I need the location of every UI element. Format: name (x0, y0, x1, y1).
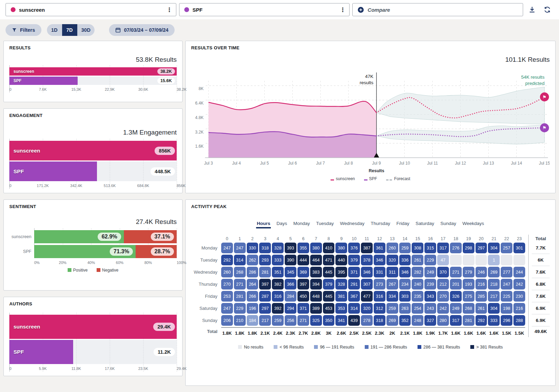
heatmap-cell[interactable]: 379 (323, 279, 335, 290)
heatmap-cell[interactable]: 318 (259, 243, 271, 253)
heatmap-cell[interactable]: 280 (437, 315, 449, 326)
heatmap-cell[interactable]: 297 (259, 303, 271, 314)
heatmap-cell[interactable]: 371 (348, 267, 360, 277)
filters-button[interactable]: Filters (6, 24, 41, 36)
kebab-menu-icon[interactable]: ⋮ (339, 6, 346, 13)
heatmap-cell[interactable]: 308 (412, 243, 423, 253)
legend-item-forecast[interactable]: Forecast (386, 176, 410, 181)
tab-tuesday[interactable]: Tuesday (316, 221, 334, 228)
heatmap-cell[interactable]: 286 (247, 267, 258, 277)
heatmap-cell[interactable]: 247 (234, 243, 246, 253)
heatmap-cell[interactable]: 281 (259, 267, 271, 277)
heatmap-cell[interactable]: 390 (285, 255, 296, 265)
heatmap-cell[interactable]: 320 (361, 303, 373, 314)
heatmap-cell[interactable]: 328 (272, 243, 284, 253)
heatmap-cell[interactable]: 259 (386, 303, 398, 314)
heatmap-cell[interactable]: 201 (450, 279, 462, 290)
heatmap-cell[interactable]: 325 (310, 315, 322, 326)
heatmap-cell[interactable]: 271 (234, 279, 246, 290)
heatmap-cell[interactable]: 249 (450, 303, 462, 314)
heatmap-cell[interactable]: 234 (399, 279, 411, 290)
tab-saturday[interactable]: Saturday (415, 221, 434, 228)
heatmap-cell[interactable]: 445 (323, 291, 335, 302)
heatmap-cell[interactable]: 270 (221, 279, 233, 290)
heatmap-cell[interactable]: 445 (323, 267, 335, 277)
heatmap-cell[interactable]: 318 (374, 315, 385, 326)
heatmap-cell[interactable]: 315 (424, 243, 436, 253)
heatmap-cell[interactable]: 380 (310, 243, 322, 253)
heatmap-cell[interactable]: 212 (437, 279, 449, 290)
heatmap-cell[interactable]: 256 (285, 315, 296, 326)
heatmap-cell[interactable]: 346 (374, 255, 385, 265)
heatmap-cell[interactable]: 244 (513, 267, 525, 277)
heatmap-cell[interactable]: 397 (297, 279, 309, 290)
heatmap-cell[interactable]: 336 (399, 255, 411, 265)
heatmap-cell[interactable]: 268 (234, 267, 246, 277)
heatmap-cell[interactable]: 393 (285, 243, 296, 253)
heatmap-cell[interactable]: 217 (259, 315, 271, 326)
heatmap-cell[interactable]: 361 (374, 243, 385, 253)
heatmap-cell[interactable]: 266 (247, 291, 258, 302)
heatmap-cell[interactable]: 257 (501, 243, 512, 253)
tab-wednesday[interactable]: Wednesday (340, 221, 364, 228)
heatmap-cell[interactable]: 261 (412, 255, 423, 265)
heatmap-cell[interactable]: 242 (513, 279, 525, 290)
results-over-time-chart[interactable]: 8K6.4K4.8K3.2K1.6KJul 3Jul 4Jul 5Jul 6Ju… (191, 63, 550, 175)
heatmap-cell[interactable]: 301 (513, 243, 525, 253)
heatmap-cell[interactable]: 440 (335, 255, 347, 265)
heatmap-cell[interactable]: 410 (323, 243, 335, 253)
heatmap-cell[interactable]: 273 (374, 279, 385, 290)
heatmap-cell[interactable]: 304 (488, 303, 500, 314)
heatmap-cell[interactable]: 229 (424, 255, 436, 265)
heatmap-cell[interactable] (475, 255, 487, 265)
segment-positive[interactable]: 71.3% (34, 245, 136, 258)
range-option-7D[interactable]: 7D (62, 24, 77, 36)
heatmap-cell[interactable]: 450 (297, 291, 309, 302)
heatmap-cell[interactable]: 293 (259, 255, 271, 265)
heatmap-cell[interactable]: 271 (450, 267, 462, 277)
heatmap-cell[interactable]: 383 (310, 267, 322, 277)
segment-positive[interactable]: 62.9% (34, 230, 124, 243)
heatmap-cell[interactable]: 259 (399, 243, 411, 253)
heatmap-cell[interactable]: 184 (247, 315, 258, 326)
heatmap-cell[interactable]: 253 (221, 291, 233, 302)
heatmap-cell[interactable]: 279 (463, 267, 474, 277)
heatmap-cell[interactable]: 284 (285, 291, 296, 302)
heatmap-cell[interactable]: 225 (501, 291, 512, 302)
heatmap-cell[interactable]: 355 (297, 243, 309, 253)
heatmap-cell[interactable]: 288 (513, 315, 525, 326)
heatmap-cell[interactable]: 382 (272, 279, 284, 290)
heatmap-cell[interactable]: 292 (475, 315, 487, 326)
date-range-button[interactable]: 07/03/24 – 07/09/24 (109, 24, 175, 36)
heatmap-cell[interactable]: 259 (272, 315, 284, 326)
tab-friday[interactable]: Friday (396, 221, 410, 228)
heatmap-cell[interactable]: 353 (335, 303, 347, 314)
heatmap-cell[interactable]: 247 (501, 279, 512, 290)
bar-sunscreen[interactable]: sunscreen (9, 315, 177, 339)
heatmap-cell[interactable]: 330 (247, 243, 258, 253)
heatmap-cell[interactable]: 230 (513, 291, 525, 302)
heatmap-cell[interactable]: 291 (348, 279, 360, 290)
heatmap-cell[interactable]: 331 (374, 267, 385, 277)
heatmap-cell[interactable]: 387 (361, 243, 373, 253)
heatmap-cell[interactable]: 247 (221, 303, 233, 314)
heatmap-cell[interactable]: 216 (475, 279, 487, 290)
heatmap-cell[interactable]: 276 (450, 243, 462, 253)
heatmap-cell[interactable]: 193 (463, 279, 474, 290)
heatmap-cell[interactable]: 246 (475, 267, 487, 277)
heatmap-cell[interactable] (463, 255, 474, 265)
heatmap-cell[interactable]: 261 (475, 303, 487, 314)
heatmap-cell[interactable]: 303 (399, 291, 411, 302)
tab-monday[interactable]: Monday (293, 221, 310, 228)
tab-hours[interactable]: Hours (257, 221, 270, 228)
heatmap-cell[interactable]: 316 (272, 291, 284, 302)
heatmap-cell[interactable]: 314 (348, 303, 360, 314)
heatmap-cell[interactable]: 370 (437, 267, 449, 277)
compare-button[interactable]: Compare (352, 3, 523, 16)
heatmap-cell[interactable]: 333 (272, 255, 284, 265)
heatmap-cell[interactable]: 439 (348, 315, 360, 326)
heatmap-cell[interactable]: 281 (234, 291, 246, 302)
heatmap-cell[interactable]: 217 (488, 291, 500, 302)
heatmap-cell[interactable]: 369 (297, 267, 309, 277)
heatmap-cell[interactable]: 235 (412, 291, 423, 302)
